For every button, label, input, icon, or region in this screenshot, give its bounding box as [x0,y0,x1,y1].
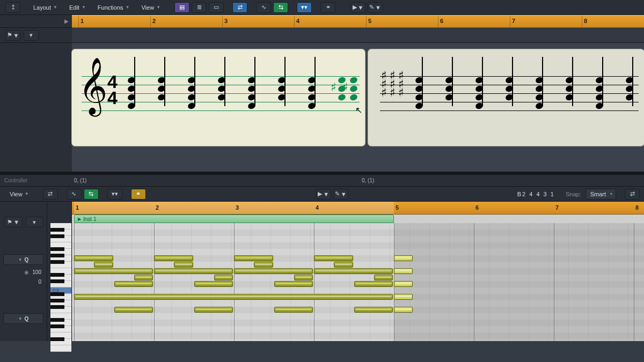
link-icon [136,190,141,197]
midi-note[interactable] [234,268,313,274]
midi-note[interactable] [114,307,153,313]
pianoroll-ruler[interactable]: 12345678 [72,202,644,215]
midi-note[interactable] [394,255,413,261]
score-region[interactable]: ♯♯♯♯♯♯♯♯♯ [368,49,644,146]
region-flag-button[interactable]: ▼ [5,30,20,41]
pianoroll-sidebar: ▼ ▼ 100 0 ▼ [0,202,47,341]
piano-keyboard[interactable]: C3 [47,202,72,341]
pointer-tool[interactable]: ▼ [350,2,365,13]
layout-menu[interactable]: Layout▼ [28,2,63,13]
ruler-gutter: ▶ [0,15,72,28]
roll-extra-button[interactable] [625,189,640,200]
midi-note[interactable] [394,294,413,300]
midi-note[interactable] [334,262,353,268]
midi-out-button[interactable] [273,2,288,13]
controller-label: Controller [0,175,72,186]
midi-note[interactable] [154,268,233,274]
display-mode-button-1[interactable] [174,2,189,13]
roll-link-button[interactable] [131,189,146,200]
roll-inspector-button[interactable] [43,189,58,200]
midi-note[interactable] [394,307,413,313]
midi-note[interactable] [194,281,233,287]
sliders-icon [630,190,635,197]
quantize-swing[interactable]: 0 [0,277,47,286]
hierarchy-up-button[interactable] [5,2,20,13]
snap-select[interactable]: Smart [586,189,616,200]
midi-note[interactable] [114,281,153,287]
quantize-button[interactable]: ▼ [3,254,43,265]
pianoroll-toolbar: View▼ ▾ ▼ ▼ B2 4 4 3 1 Snap: Smart [0,187,644,202]
midi-note[interactable] [394,268,413,274]
q-icon [25,315,29,322]
roll-view-menu[interactable]: View▼ [4,189,34,200]
midi-note[interactable] [394,281,413,287]
display-mode-button-3[interactable] [209,2,224,13]
sliders-icon [48,190,53,197]
midi-note[interactable] [294,275,313,280]
midi-note[interactable] [274,307,313,313]
midi-note[interactable] [94,262,113,268]
roll-pencil-tool[interactable]: ▼ [333,189,348,200]
midi-note[interactable] [374,275,393,280]
midi-note[interactable] [154,255,193,261]
inspector-button[interactable] [232,2,247,13]
wave-icon [71,190,76,197]
marker-right: 0, (1) [362,178,374,183]
pianoroll-grid[interactable]: 12345678 ▶ Inst 1 [72,202,644,341]
functions-menu[interactable]: Functions▼ [92,2,135,13]
midi-note[interactable] [274,281,313,287]
roll-catch-button[interactable]: ▾ [107,189,122,200]
quantize-strength[interactable]: 100 [0,267,47,277]
position-readout: B2 4 4 3 1 [517,191,555,197]
region-menu-button[interactable] [24,30,39,41]
pointer-icon [318,190,322,197]
quantize-button-2[interactable]: ▼ [3,313,43,324]
score-ruler-row: ▶ 12345678 [0,15,644,28]
edit-menu[interactable]: Edit▼ [64,2,91,13]
snap-label: Snap: [566,191,581,197]
pianoroll-note-grid[interactable] [72,223,644,341]
midi-note[interactable] [254,262,273,268]
funnel-icon: ▾ [301,4,308,11]
midi-note[interactable] [354,307,393,313]
midi-note[interactable] [354,281,393,287]
midi-note[interactable] [174,262,193,268]
pianoroll-pane: ▼ ▼ 100 0 ▼ C3 12345678 ▶ Inst 1 [0,202,644,341]
catch-button[interactable]: ▾ [297,2,312,13]
midi-note[interactable] [74,268,153,274]
score-local-row: ▼ [0,28,644,43]
score-region-selected[interactable]: 𝄞 44 ♯♯ ↖ [72,49,365,146]
knob-icon [24,269,29,275]
link-button[interactable] [320,2,335,13]
midi-note[interactable] [214,275,233,280]
view-menu[interactable]: View▼ [136,2,166,13]
midi-in-button[interactable] [256,2,271,13]
roll-midi-in-button[interactable] [67,189,82,200]
lines-icon [197,4,202,11]
pencil-icon [335,190,340,197]
mouse-cursor-icon: ↖ [355,105,362,115]
midi-note[interactable] [314,255,353,261]
pianoroll-region-header[interactable]: ▶ Inst 1 [74,215,394,223]
midi-note[interactable] [234,255,273,261]
midi-note[interactable] [74,294,393,300]
roll-pointer-tool[interactable]: ▼ [316,189,331,200]
page-icon [214,4,219,11]
score-ruler[interactable]: 12345678 [72,15,644,28]
midi-note[interactable] [314,268,393,274]
roll-midi-out-button[interactable] [84,189,99,200]
midi-note[interactable] [134,275,153,280]
marker-left: 0, (1) [74,178,86,183]
funnel-icon: ▾ [112,190,118,197]
arrows-icon [279,4,283,11]
display-mode-button-2[interactable] [192,2,207,13]
score-area[interactable]: 𝄞 44 ♯♯ ↖ ♯♯♯♯♯♯♯♯♯ [72,43,644,172]
score-pane: 𝄞 44 ♯♯ ↖ ♯♯♯♯♯♯♯♯♯ [0,43,644,172]
midi-note[interactable] [194,307,233,313]
roll-flag-button[interactable]: ▼ [4,217,23,227]
roll-menu-button[interactable] [26,217,44,227]
pencil-tool[interactable]: ▼ [368,2,383,13]
playhead-flag-icon[interactable]: ▶ [64,18,69,24]
midi-note[interactable] [74,255,113,261]
pointer-icon [353,4,357,11]
